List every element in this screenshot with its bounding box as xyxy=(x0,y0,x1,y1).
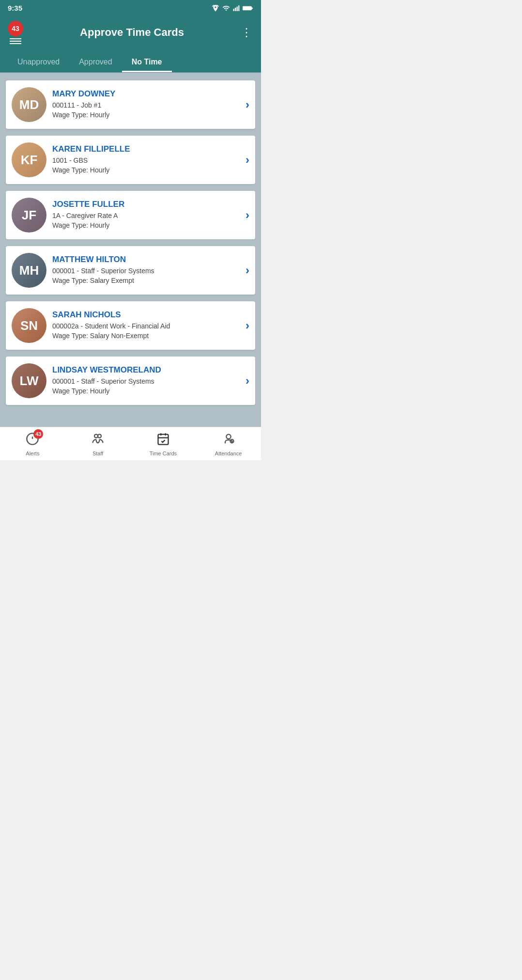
tab-no-time[interactable]: No Time xyxy=(122,52,172,72)
staff-icon xyxy=(91,432,105,449)
employee-job: 000001 - Staff - Superior SystemsWage Ty… xyxy=(52,377,240,396)
nav-time-cards[interactable]: Time Cards xyxy=(131,427,196,460)
employee-info: SARAH NICHOLS 000002a - Student Work - F… xyxy=(52,310,240,341)
status-bar: 9:35 xyxy=(0,0,261,16)
signal-icon xyxy=(233,4,240,12)
nav-attendance[interactable]: Attendance xyxy=(196,427,261,460)
employee-name: LINDSAY WESTMORELAND xyxy=(52,365,240,375)
nav-attendance-label: Attendance xyxy=(215,451,242,456)
wifi-icon xyxy=(222,4,230,12)
status-icons xyxy=(212,4,253,12)
employee-job: 1A - Caregiver Rate AWage Type: Hourly xyxy=(52,211,240,230)
svg-rect-4 xyxy=(243,6,251,10)
nav-alerts[interactable]: 43 Alerts xyxy=(0,427,65,460)
status-time: 9:35 xyxy=(8,4,22,12)
employee-info: JOSETTE FULLER 1A - Caregiver Rate AWage… xyxy=(52,200,240,230)
employee-name: KAREN FILLIPELLE xyxy=(52,144,240,154)
employee-job: 000002a - Student Work - Financial AidWa… xyxy=(52,322,240,341)
nav-alerts-label: Alerts xyxy=(26,451,39,456)
svg-point-10 xyxy=(98,435,101,438)
employee-info: KAREN FILLIPELLE 1001 - GBSWage Type: Ho… xyxy=(52,144,240,175)
tab-unapproved[interactable]: Unapproved xyxy=(8,52,69,72)
svg-rect-2 xyxy=(237,6,238,11)
employee-name: MATTHEW HILTON xyxy=(52,255,240,264)
notification-badge: 43 xyxy=(8,21,23,36)
nav-time-cards-label: Time Cards xyxy=(150,451,177,456)
svg-line-18 xyxy=(232,441,232,442)
nav-staff-label: Staff xyxy=(92,451,103,456)
avatar: JF xyxy=(12,198,46,233)
tabs-bar: Unapproved Approved No Time xyxy=(0,52,261,73)
employee-card[interactable]: KF KAREN FILLIPELLE 1001 - GBSWage Type:… xyxy=(6,136,255,184)
employee-job: 000111 - Job #1Wage Type: Hourly xyxy=(52,101,240,120)
more-options-button[interactable]: ⋮ xyxy=(241,26,253,39)
avatar: SN xyxy=(12,308,46,343)
employee-info: MATTHEW HILTON 000001 - Staff - Superior… xyxy=(52,255,240,285)
bottom-navigation: 43 Alerts Staff Time Card xyxy=(0,427,261,460)
avatar: MH xyxy=(12,253,46,288)
svg-rect-0 xyxy=(233,9,234,11)
menu-badge[interactable]: 43 xyxy=(8,21,23,44)
employee-list: MD MARY DOWNEY 000111 - Job #1Wage Type:… xyxy=(0,73,261,427)
chevron-right-icon: › xyxy=(246,374,249,388)
avatar: MD xyxy=(12,87,46,122)
tab-approved[interactable]: Approved xyxy=(69,52,122,72)
alarm-icon xyxy=(212,4,219,12)
header: 43 Approve Time Cards ⋮ xyxy=(0,16,261,52)
employee-job: 000001 - Staff - Superior SystemsWage Ty… xyxy=(52,266,240,285)
employee-card[interactable]: MH MATTHEW HILTON 000001 - Staff - Super… xyxy=(6,246,255,295)
avatar: KF xyxy=(12,142,46,177)
chevron-right-icon: › xyxy=(246,264,249,277)
alerts-badge: 43 xyxy=(33,429,43,439)
employee-card[interactable]: LW LINDSAY WESTMORELAND 000001 - Staff -… xyxy=(6,357,255,405)
time-cards-icon xyxy=(156,432,170,449)
chevron-right-icon: › xyxy=(246,208,249,222)
employee-card[interactable]: MD MARY DOWNEY 000111 - Job #1Wage Type:… xyxy=(6,80,255,129)
alerts-icon: 43 xyxy=(26,432,39,449)
attendance-icon xyxy=(222,432,235,449)
employee-name: MARY DOWNEY xyxy=(52,89,240,99)
employee-name: JOSETTE FULLER xyxy=(52,200,240,209)
battery-icon xyxy=(243,5,253,11)
svg-rect-5 xyxy=(252,7,253,9)
employee-info: MARY DOWNEY 000111 - Job #1Wage Type: Ho… xyxy=(52,89,240,120)
chevron-right-icon: › xyxy=(246,98,249,111)
svg-rect-11 xyxy=(158,435,168,445)
hamburger-icon xyxy=(10,38,21,44)
employee-job: 1001 - GBSWage Type: Hourly xyxy=(52,156,240,175)
svg-rect-1 xyxy=(235,7,236,11)
employee-info: LINDSAY WESTMORELAND 000001 - Staff - Su… xyxy=(52,365,240,396)
chevron-right-icon: › xyxy=(246,153,249,167)
nav-staff[interactable]: Staff xyxy=(65,427,131,460)
page-title: Approve Time Cards xyxy=(29,26,235,39)
employee-card[interactable]: JF JOSETTE FULLER 1A - Caregiver Rate AW… xyxy=(6,191,255,239)
employee-card[interactable]: SN SARAH NICHOLS 000002a - Student Work … xyxy=(6,301,255,350)
avatar: LW xyxy=(12,363,46,398)
employee-name: SARAH NICHOLS xyxy=(52,310,240,320)
svg-rect-3 xyxy=(238,5,239,11)
svg-point-15 xyxy=(226,435,230,439)
chevron-right-icon: › xyxy=(246,319,249,332)
